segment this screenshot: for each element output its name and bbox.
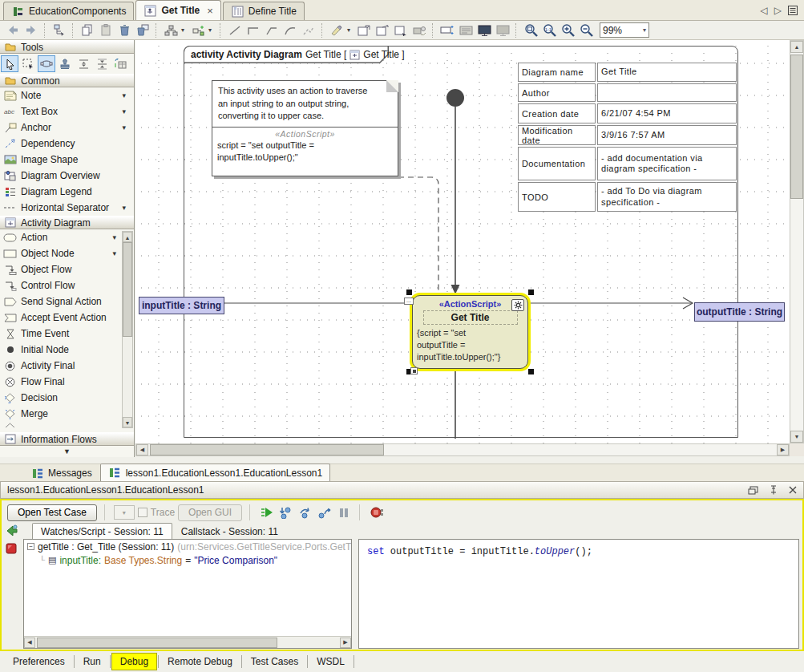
- scroll-right-icon[interactable]: ▶: [340, 638, 351, 648]
- palette-item-object-flow[interactable]: Object Flow: [0, 261, 134, 277]
- table-cell-label[interactable]: Creation date: [518, 103, 596, 123]
- scroll-down-icon[interactable]: ▼: [123, 417, 132, 427]
- canvas-vscrollbar[interactable]: ▲ ▼: [790, 40, 804, 443]
- select-in-containment-tree-icon[interactable]: [51, 22, 67, 38]
- palette-scrollbar-thumb[interactable]: [123, 242, 132, 337]
- tab-run[interactable]: Run: [75, 654, 109, 670]
- presentation-mode-icon[interactable]: [476, 22, 492, 38]
- tab-wsdl[interactable]: WSDL: [309, 654, 353, 670]
- open-in-new-window-icon[interactable]: [374, 22, 390, 38]
- palette-header-common[interactable]: Common: [0, 74, 134, 87]
- zoom-1-1-icon[interactable]: 1:1: [541, 22, 557, 38]
- palette-item-image-shape[interactable]: Image Shape: [0, 152, 134, 168]
- close-panel-icon[interactable]: [789, 486, 797, 494]
- close-tab-icon[interactable]: ×: [207, 5, 213, 17]
- zoom-in-icon[interactable]: [560, 22, 576, 38]
- pin-panel-icon[interactable]: [770, 485, 778, 495]
- fit-in-window-icon[interactable]: [523, 22, 539, 38]
- tab-watches-script[interactable]: Watches/Script - Session: 11: [32, 523, 172, 539]
- line-style-oblique-icon[interactable]: [264, 22, 280, 38]
- palette-item-time-event[interactable]: Time Event: [0, 326, 134, 342]
- action-node-get-title[interactable]: ... «ActionScript» Get Title {script = "…: [412, 295, 528, 369]
- palette-item-accept-event-action[interactable]: Accept Event Action: [0, 310, 134, 326]
- step-over-icon[interactable]: [297, 504, 313, 520]
- watches-root-row[interactable]: − getTitle : Get_Title (Session: 11) (ur…: [24, 540, 351, 553]
- palette-item-note[interactable]: Note ▾: [0, 87, 134, 103]
- scroll-up-icon[interactable]: ▲: [123, 232, 132, 242]
- palette-item-diagram-legend[interactable]: Diagram Legend: [0, 184, 134, 200]
- table-cell-value[interactable]: Get Title: [597, 63, 737, 82]
- open-test-case-button[interactable]: Open Test Case: [7, 504, 97, 521]
- palette-item-dependency[interactable]: Dependency: [0, 136, 134, 152]
- zoom-level-combo[interactable]: 99% ▾: [600, 22, 649, 38]
- palette-item-diagram-overview[interactable]: Diagram Overview: [0, 168, 134, 184]
- input-pin-marker[interactable]: ...: [404, 298, 414, 305]
- scroll-down-icon[interactable]: ▼: [790, 431, 803, 443]
- expand-marker[interactable]: [410, 367, 418, 374]
- open-in-new-tab-icon[interactable]: [356, 22, 372, 38]
- tab-test-cases[interactable]: Test Cases: [243, 654, 306, 670]
- marquee-select-tool-button[interactable]: [19, 55, 37, 72]
- table-cell-value[interactable]: [597, 83, 737, 102]
- palette-item-horizontal-separator[interactable]: Horizontal Separator ▾: [0, 200, 134, 216]
- tab-remote-debug[interactable]: Remote Debug: [160, 654, 240, 670]
- breakpoint-icon[interactable]: [6, 543, 18, 556]
- zoom-out-icon[interactable]: [578, 22, 594, 38]
- palette-item-clipped[interactable]: [0, 422, 134, 427]
- watches-tree-panel[interactable]: − getTitle : Get_Title (Session: 11) (ur…: [23, 539, 352, 649]
- palette-item-send-signal-action[interactable]: Send Signal Action: [0, 293, 134, 310]
- palette-item-text-box[interactable]: abc Text Box ▾: [0, 103, 134, 119]
- scroll-left-icon[interactable]: ◀: [136, 444, 148, 455]
- next-diagram-icon[interactable]: ▷: [774, 5, 782, 16]
- step-into-icon[interactable]: [278, 504, 294, 520]
- diagram-list-icon[interactable]: [788, 6, 798, 15]
- palette-item-anchor[interactable]: Anchor ▾: [0, 119, 134, 136]
- shape-select-tool-button[interactable]: [38, 55, 55, 72]
- watches-hscrollbar[interactable]: ◀ ▶: [24, 636, 351, 648]
- input-flow-label[interactable]: inputTitle : String: [139, 297, 224, 314]
- copy-icon[interactable]: [79, 22, 95, 38]
- format-painter-icon[interactable]: [329, 22, 345, 38]
- tab-callstack[interactable]: Callstack - Session: 11: [172, 524, 287, 539]
- table-cell-value[interactable]: 6/21/07 4:54 PM: [597, 103, 737, 123]
- line-style-custom-icon[interactable]: [301, 22, 317, 38]
- palette-overflow-down-icon[interactable]: ▼: [0, 447, 134, 455]
- delete-icon[interactable]: [116, 22, 132, 38]
- close-diagram-window-icon[interactable]: [393, 22, 409, 38]
- palette-item-initial-node[interactable]: Initial Node: [0, 342, 134, 358]
- line-style-straight-icon[interactable]: [227, 22, 243, 38]
- tab-messages[interactable]: Messages: [22, 465, 100, 481]
- selection-handle[interactable]: [528, 289, 534, 295]
- tab-education-components[interactable]: EducationComponents: [3, 2, 134, 20]
- canvas-hscrollbar[interactable]: ◀ ▶: [135, 443, 790, 456]
- palette-item-action[interactable]: Action ▾: [0, 229, 134, 245]
- previous-diagram-icon[interactable]: ◁: [761, 5, 768, 16]
- table-cell-label[interactable]: Diagram name: [518, 63, 596, 82]
- float-panel-icon[interactable]: [748, 486, 758, 495]
- table-cell-label[interactable]: TODO: [518, 182, 596, 212]
- palette-item-flow-final[interactable]: Flow Final: [0, 374, 134, 390]
- selection-tool-button[interactable]: [1, 55, 18, 72]
- palette-scrollbar[interactable]: ▲ ▼: [122, 231, 133, 428]
- line-style-rectilinear-icon[interactable]: [245, 22, 261, 38]
- watches-child-row[interactable]: └ ▤ inputTitle: Base Types.String = "Pri…: [24, 553, 351, 567]
- action-gear-icon[interactable]: [511, 299, 524, 311]
- dropdown-arrow-icon[interactable]: ▾: [112, 233, 116, 241]
- tab-lesson-session[interactable]: lesson1.EducationLesson1.EducationLesson…: [100, 464, 331, 481]
- tab-define-title[interactable]: Define Title: [223, 2, 305, 20]
- palette-header-tools[interactable]: Tools: [0, 40, 134, 54]
- resume-icon[interactable]: [259, 504, 275, 520]
- palette-item-merge[interactable]: Merge: [0, 406, 134, 422]
- compress-vertically-button[interactable]: [93, 55, 111, 72]
- line-style-bezier-icon[interactable]: [282, 22, 298, 38]
- table-cell-value[interactable]: - add To Do via diagram specification -: [597, 182, 737, 212]
- diagram-canvas[interactable]: activity Activity Diagram Get Title [ Ge…: [135, 40, 790, 443]
- table-cell-label[interactable]: Author: [518, 83, 596, 102]
- layout-hierarchy-icon[interactable]: [163, 22, 179, 38]
- stamp-tool-button[interactable]: [56, 55, 74, 72]
- initial-node[interactable]: [446, 89, 464, 107]
- forward-button[interactable]: [23, 22, 39, 38]
- action-name[interactable]: Get Title: [423, 310, 518, 325]
- canvas-hscrollbar-thumb[interactable]: [150, 444, 384, 455]
- step-return-icon[interactable]: [317, 504, 333, 520]
